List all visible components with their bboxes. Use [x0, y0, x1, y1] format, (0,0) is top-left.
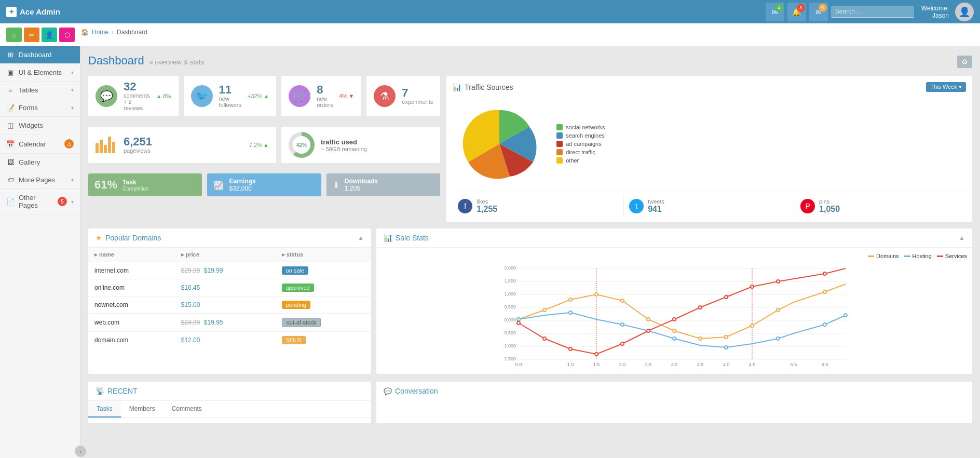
edit-toolbar-button[interactable]: ✏ — [24, 28, 39, 42]
mail-button[interactable]: ✉ 5 — [809, 3, 828, 21]
domain-name: online.com — [88, 279, 175, 297]
legend-item-social: social networks — [556, 124, 605, 130]
orders-label: new orders — [317, 96, 333, 108]
experiments-icon: ⚗ — [374, 85, 396, 107]
sale-stats-collapse-button[interactable]: ▲ — [959, 234, 965, 241]
avatar[interactable]: 👤 — [955, 3, 974, 21]
sidebar-label-gallery: Gallery — [19, 158, 74, 166]
table-row: domain.com $12.00 SOLD — [88, 332, 371, 349]
page-title: Dashboard — [88, 54, 144, 68]
tab-members[interactable]: Members — [121, 401, 164, 417]
widget-header: 📊 Traffic Sources This Week ▾ — [453, 82, 966, 92]
domain-price: $15.00 — [175, 297, 276, 314]
messages-button[interactable]: ✉ 4 — [766, 3, 784, 21]
task-label: Task — [122, 179, 149, 186]
user-toolbar-button[interactable]: 👤 — [42, 28, 57, 42]
legend-label-direct: direct traffic — [566, 149, 595, 155]
followers-number: 11 — [219, 84, 241, 96]
svg-text:5.5: 5.5 — [791, 362, 797, 367]
down-arrow-icon: ▼ — [348, 93, 354, 99]
sidebar-item-dashboard[interactable]: ⊞ Dashboard — [0, 46, 80, 64]
dashboard-icon: ⊞ — [6, 51, 15, 59]
svg-text:2.0: 2.0 — [619, 362, 626, 367]
tables-icon: ≡ — [6, 86, 15, 94]
sidebar-item-calendar[interactable]: 📅 Calendar ⚠ — [0, 134, 80, 154]
stat-card-traffic: 42% traffic used ~ 58GB remaining — [281, 127, 440, 163]
sidebar: ⊞ Dashboard ▣ UI & Elements ▾ ≡ Tables ▾… — [0, 46, 80, 458]
pinterest-icon: P — [800, 199, 815, 213]
svg-text:2.5: 2.5 — [645, 362, 652, 367]
alerts-button[interactable]: 🔔 8 — [787, 3, 806, 21]
downloads-icon: ⬇ — [333, 180, 339, 190]
table-row: internet.com $29.99 $19.99 on sale — [88, 262, 371, 279]
svg-point-40 — [823, 290, 826, 293]
tab-comments[interactable]: Comments — [164, 401, 210, 417]
sidebar-item-tables[interactable]: ≡ Tables ▾ — [0, 82, 80, 99]
brand-icon: ✦ — [6, 7, 17, 17]
stat-earnings: 📈 Earnings $32,000 — [207, 173, 321, 196]
tw-value: 941 — [648, 205, 664, 214]
sidebar-item-forms[interactable]: 📝 Forms ▾ — [0, 99, 80, 117]
svg-point-57 — [725, 295, 728, 299]
domains-panel: ★ Popular Domains ▲ ▸ name ▸ price ▸ sta… — [88, 228, 371, 374]
recent-title: 📡 RECENT — [96, 387, 138, 395]
legend-item-ad: ad campaigns — [556, 141, 605, 147]
price-new: $12.00 — [181, 336, 200, 344]
share-toolbar-button[interactable]: ⬡ — [59, 28, 75, 42]
home-toolbar-button[interactable]: ⌂ — [6, 28, 22, 42]
svg-point-44 — [673, 337, 676, 340]
forms-icon: 📝 — [6, 104, 15, 112]
svg-point-51 — [569, 347, 572, 351]
traffic-progress: 42% — [289, 132, 315, 158]
sidebar-label-more-pages: More Pages — [19, 176, 67, 184]
svg-text:-0.500: -0.500 — [502, 330, 516, 335]
panel-collapse-button[interactable]: ▲ — [358, 234, 364, 241]
ui-icon: ▣ — [6, 69, 15, 76]
conversation-title: Conversation — [395, 387, 438, 395]
svg-point-43 — [621, 323, 624, 326]
this-week-button[interactable]: This Week ▾ — [926, 82, 966, 92]
tab-tasks[interactable]: Tasks — [88, 401, 121, 417]
stat-downloads: ⬇ Downloads 1,205 — [326, 173, 440, 196]
svg-point-37 — [725, 335, 728, 339]
orders-number: 8 — [317, 84, 333, 96]
task-percent: 61% — [94, 178, 117, 192]
sidebar-item-widgets[interactable]: ◫ Widgets — [0, 117, 80, 134]
sidebar-item-more-pages[interactable]: 🏷 More Pages ▾ — [0, 171, 80, 189]
settings-button[interactable]: ⚙ — [957, 56, 972, 68]
legend-item-other: other — [556, 157, 605, 164]
orders-change: 4% ▼ — [339, 93, 354, 99]
comments-number: 32 — [124, 81, 150, 92]
svg-point-34 — [647, 318, 650, 321]
sidebar-label-ui: UI & Elements — [19, 69, 67, 76]
user-greeting: Welcome, — [921, 5, 949, 12]
domain-status: out-of-stock — [276, 314, 371, 332]
messages-badge: 4 — [775, 4, 783, 12]
svg-point-53 — [621, 342, 624, 345]
other-pages-badge: 5 — [58, 197, 67, 206]
experiments-number: 7 — [402, 87, 433, 99]
sidebar-item-gallery[interactable]: 🖼 Gallery — [0, 154, 80, 171]
svg-text:2,000: 2,000 — [504, 265, 516, 271]
breadcrumb-home-link[interactable]: Home — [92, 29, 108, 36]
svg-text:1,000: 1,000 — [504, 291, 516, 297]
legend-hosting: Hosting — [904, 253, 932, 259]
domain-status: SOLD — [276, 332, 371, 349]
page-subtitle: » overview & stats — [149, 58, 205, 66]
social-stat-pt: P pins 1,050 — [795, 196, 966, 216]
user-info: Welcome, Jason — [921, 5, 949, 19]
sidebar-item-ui[interactable]: ▣ UI & Elements ▾ — [0, 64, 80, 82]
sidebar-toggle[interactable]: ‹ — [75, 446, 86, 457]
pageviews-change: 7.2% ▲ — [249, 142, 269, 148]
svg-text:1.5: 1.5 — [593, 362, 600, 367]
price-old: $29.99 — [181, 267, 200, 274]
svg-text:4.0: 4.0 — [723, 362, 730, 367]
fb-value: 1,255 — [477, 205, 497, 214]
svg-text:-1.000: -1.000 — [502, 343, 516, 348]
legend-label-other: other — [566, 157, 579, 164]
search-input[interactable] — [831, 6, 914, 18]
task-sublabel: Completion — [122, 186, 149, 192]
stats-row-2: 6,251 pageviews 7.2% ▲ 42% tra — [88, 127, 440, 163]
svg-text:4.5: 4.5 — [749, 362, 756, 367]
sidebar-item-other-pages[interactable]: 📄 Other Pages 5 ▾ — [0, 189, 80, 214]
